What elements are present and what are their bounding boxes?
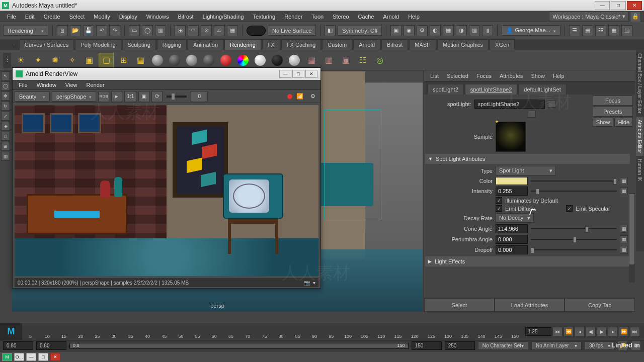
modeling-toolkit-icon[interactable]: ◫ (621, 25, 632, 36)
lambert-icon[interactable] (167, 53, 182, 68)
menu-lighting[interactable]: Lighting/Shading (199, 12, 248, 21)
lock-icon[interactable]: 🔒 (630, 11, 641, 22)
ae-menu-selected[interactable]: Selected (444, 72, 471, 80)
ae-section-lighteffects[interactable]: ▶ Light Effects (425, 256, 630, 266)
menu-render[interactable]: Render (280, 12, 306, 21)
ae-hide-button[interactable]: Hide (614, 118, 633, 127)
menu-display[interactable]: Display (115, 12, 141, 21)
ae-intensity-input[interactable]: 0.255 (496, 187, 528, 196)
area-light-icon[interactable]: ▣ (82, 53, 97, 68)
shelf-options-icon[interactable]: ⋮ (3, 53, 11, 68)
tab-fxcaching[interactable]: FX Caching (281, 39, 321, 50)
tab-xgen[interactable]: XGen (490, 39, 515, 50)
rv-settings-icon[interactable]: ⚙ (307, 91, 318, 102)
ae-cone-input[interactable]: 114.966 (496, 224, 528, 233)
menu-modify[interactable]: Modify (90, 12, 114, 21)
ae-emitspecular-checkbox[interactable]: ✓ (566, 205, 573, 212)
scale-tool[interactable]: ⤢ (1, 112, 10, 121)
time-slider[interactable]: M 1.25 510152025303540455055606570758085… (0, 323, 644, 340)
anim-start-field[interactable]: 0.80 (3, 341, 33, 350)
ae-focus-button[interactable]: Focus (593, 96, 633, 106)
tab-motiongraphics[interactable]: Motion Graphics (437, 39, 489, 50)
hypershade-shelf-icon[interactable]: ▦ (133, 53, 148, 68)
tab-custom[interactable]: Custom (322, 39, 352, 50)
open-scene-icon[interactable]: 📂 (70, 25, 81, 36)
ae-input-conn-icon[interactable] (548, 101, 556, 108)
rv-rgb-icon[interactable]: RGB (98, 91, 109, 102)
close-button[interactable]: ✕ (627, 1, 642, 10)
range-track[interactable]: 0.8 150 (69, 343, 409, 349)
step-back-button[interactable]: ◂ (575, 327, 585, 337)
render-frame-icon[interactable]: ▣ (390, 25, 401, 36)
save-scene-icon[interactable]: 💾 (83, 25, 94, 36)
ae-copytab-button[interactable]: Copy Tab (565, 298, 635, 312)
snap-plane-icon[interactable]: ▱ (214, 25, 225, 36)
paint-select-icon[interactable]: ▥ (155, 25, 166, 36)
step-forward-button[interactable]: ▸ (608, 327, 618, 337)
snap-point-icon[interactable]: ⊙ (201, 25, 212, 36)
ae-color-swatch[interactable] (496, 177, 528, 185)
ae-menu-attributes[interactable]: Attributes (497, 72, 526, 80)
last-tool[interactable]: ◈ (1, 122, 10, 131)
select-tool-icon[interactable]: ▭ (129, 25, 140, 36)
menu-select[interactable]: Select (65, 12, 89, 21)
attreditor-tab[interactable]: Attribute Editor (636, 117, 643, 156)
light-editor-icon[interactable]: ◑ (456, 25, 467, 36)
menu-edit[interactable]: Edit (21, 12, 39, 21)
fps-dropdown[interactable]: 30 fps▾ (585, 341, 615, 350)
directional-light-icon[interactable]: ✦ (30, 53, 45, 68)
rv-menu-view[interactable]: View (61, 81, 82, 89)
lasso-tool-icon[interactable]: ◯ (142, 25, 153, 36)
shelf-menu-icon[interactable]: ≡ (10, 42, 18, 50)
new-scene-icon[interactable]: 🗎 (57, 25, 68, 36)
ae-color-slider[interactable] (531, 177, 617, 185)
taskbar-max-icon[interactable]: □ (38, 353, 48, 361)
render-settings-icon[interactable]: ⚙ (417, 25, 428, 36)
taskbar-min-icon[interactable]: — (26, 353, 36, 361)
surface-shader-icon[interactable] (270, 53, 285, 68)
ae-intensity-map-button[interactable]: ▦ (620, 187, 628, 195)
use-background-icon[interactable] (253, 53, 268, 68)
taskbar-close-icon[interactable]: ✕ (50, 353, 60, 361)
menu-file[interactable]: File (3, 12, 20, 21)
ambient-light-icon[interactable]: ☀ (13, 53, 28, 68)
ae-menu-help[interactable]: Help (550, 72, 568, 80)
ae-menu-focus[interactable]: Focus (473, 72, 495, 80)
rv-play-icon[interactable]: ▸ (111, 91, 122, 102)
rv-record-icon[interactable] (287, 94, 292, 99)
layout-single[interactable]: □ (1, 132, 10, 141)
ae-dropoff-map-button[interactable]: ▦ (620, 246, 628, 254)
ae-nodename-input[interactable]: spotLightShape2 (474, 100, 545, 109)
ae-cone-map-button[interactable]: ▦ (620, 225, 628, 233)
rv-crop-icon[interactable]: ▣ (138, 91, 149, 102)
humanik-tab[interactable]: Human IK (636, 156, 643, 184)
menu-bifrost[interactable]: Bifrost (174, 12, 197, 21)
rv-menu-render[interactable]: Render (83, 81, 109, 89)
arnold-renderview-window[interactable]: Arnold RenderView — □ ✕ File Window View… (12, 67, 321, 289)
tab-rigging[interactable]: Rigging (157, 39, 187, 50)
minimize-button[interactable]: — (595, 1, 610, 10)
symmetry-icon[interactable]: ◧ (325, 25, 336, 36)
workspace-selector[interactable]: Workspace : Maya Classic* ▾ (549, 12, 629, 21)
step-back-key-button[interactable]: ⏪ (564, 327, 574, 337)
ae-menu-show[interactable]: Show (528, 72, 548, 80)
layout-four[interactable]: ⊞ (1, 142, 10, 151)
ae-dropoff-input[interactable]: 0.000 (496, 245, 528, 254)
volume-light-icon[interactable]: ▢ (99, 53, 114, 68)
step-forward-key-button[interactable]: ⏩ (619, 327, 629, 337)
menu-help[interactable]: Help (404, 12, 424, 21)
attribute-editor-icon[interactable]: ▦ (608, 25, 619, 36)
menu-create[interactable]: Create (40, 12, 64, 21)
standard-surface-icon[interactable] (150, 53, 165, 68)
rotate-tool[interactable]: ↻ (1, 102, 10, 111)
menu-windows[interactable]: Windows (142, 12, 173, 21)
symmetry-dropdown[interactable]: Symmetry: Off (338, 26, 382, 36)
menu-cache[interactable]: Cache (354, 12, 378, 21)
anim-end-field[interactable]: 250 (445, 341, 475, 350)
ae-dropoff-slider[interactable] (531, 246, 617, 253)
goto-end-button[interactable]: ⏭ (630, 327, 640, 337)
lasso-tool[interactable]: ◯ (1, 81, 10, 90)
channel-box-icon[interactable]: ☷ (595, 25, 606, 36)
move-tool[interactable]: ✥ (1, 92, 10, 101)
graph-editor-icon[interactable]: ▤ (582, 25, 593, 36)
